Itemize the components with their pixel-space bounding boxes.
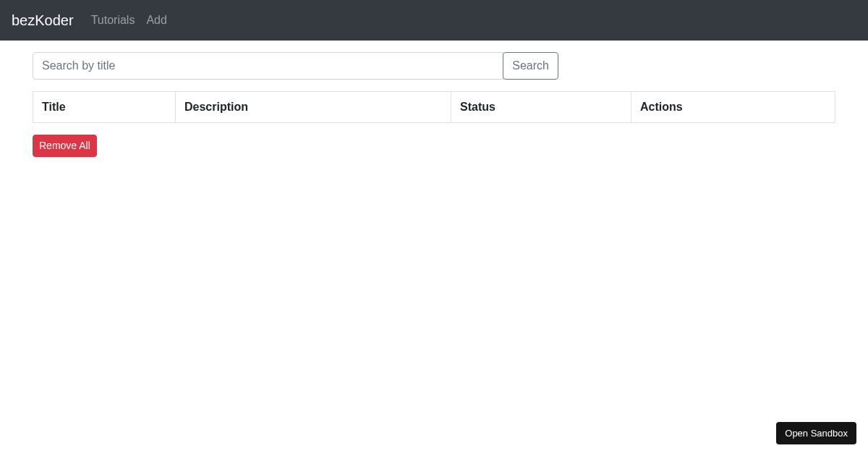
navbar: bezKoder Tutorials Add bbox=[0, 0, 868, 41]
column-header-actions: Actions bbox=[631, 92, 835, 123]
open-sandbox-button[interactable]: Open Sandbox bbox=[776, 422, 856, 444]
search-input[interactable] bbox=[33, 52, 503, 80]
nav-link-add[interactable]: Add bbox=[140, 8, 172, 33]
search-button[interactable]: Search bbox=[503, 52, 558, 80]
tutorials-table: Title Description Status Actions bbox=[33, 91, 835, 123]
navbar-brand[interactable]: bezKoder bbox=[12, 9, 74, 33]
column-header-title: Title bbox=[33, 92, 176, 123]
column-header-status: Status bbox=[451, 92, 631, 123]
table-header-row: Title Description Status Actions bbox=[33, 92, 835, 123]
main-container: Search Title Description Status Actions … bbox=[22, 52, 846, 157]
search-row: Search bbox=[33, 52, 558, 80]
remove-all-button[interactable]: Remove All bbox=[33, 135, 97, 157]
column-header-description: Description bbox=[176, 92, 451, 123]
nav-link-tutorials[interactable]: Tutorials bbox=[85, 8, 141, 33]
